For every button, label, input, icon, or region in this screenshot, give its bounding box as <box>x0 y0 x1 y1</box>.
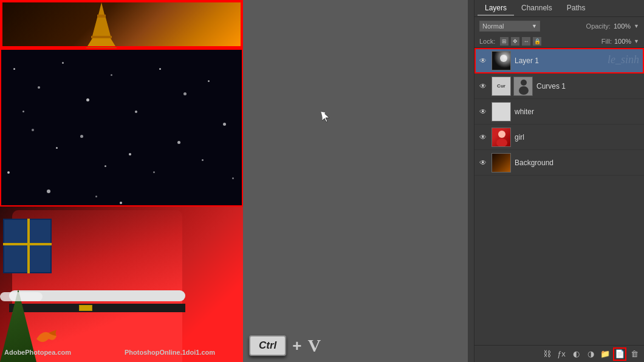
layer-name-girl: girl <box>515 133 640 142</box>
svg-rect-5 <box>86 46 117 48</box>
layer-thumb-bg <box>492 153 511 172</box>
lock-artboard-icon[interactable]: ↔ <box>522 37 530 46</box>
layer-name-background: Background <box>515 159 640 167</box>
tab-layers[interactable]: Layers <box>478 1 514 16</box>
layer-item-girl[interactable]: 👁 girl <box>474 125 644 150</box>
folder-icon[interactable]: 📁 <box>599 348 611 360</box>
layer-name-layer1: Layer 1 <box>515 56 640 65</box>
opacity-label: Opacity: <box>586 22 611 30</box>
girl-thumb-icon <box>492 128 511 147</box>
ctrl-key: Ctrl <box>249 335 286 356</box>
right-panel: Layers Channels Paths Normal ▼ Opacity: … <box>474 0 644 362</box>
layer-item-layer1[interactable]: 👁 Layer 1 <box>474 48 644 73</box>
layer-name-whiter: whiter <box>515 108 640 116</box>
lock-position-icon[interactable]: ✥ <box>511 37 519 46</box>
layer-thumb-girl <box>492 128 511 147</box>
svg-point-10 <box>496 138 507 147</box>
lock-row: Lock: ⊞ ✥ ↔ 🔒 Fill: 100% ▼ <box>474 35 644 48</box>
lock-pixels-icon[interactable]: ⊞ <box>500 37 509 46</box>
eiffel-tower-icon <box>86 2 117 48</box>
curves-mask-icon <box>514 77 533 96</box>
plus-key: + <box>292 336 301 355</box>
layer-item-background[interactable]: 👁 Background <box>474 150 644 176</box>
tab-channels[interactable]: Channels <box>514 1 560 16</box>
layer-thumb-layer1 <box>492 51 511 70</box>
layer-eye-curves1[interactable]: 👁 <box>478 81 488 91</box>
layer-thumb-curves-mask <box>513 77 533 96</box>
layer-eye-girl[interactable]: 👁 <box>478 132 488 142</box>
footer-url-right: PhotoshopOnline.1doi1.com <box>125 349 215 356</box>
night-sky <box>0 49 243 207</box>
fill-arrow: ▼ <box>634 38 639 44</box>
canvas-area: AdobePhotopea.com PhotoshopOnline.1doi1.… <box>0 0 468 362</box>
logo-icon <box>33 327 58 348</box>
blend-row: Normal ▼ Opacity: 100% ▼ <box>474 17 644 35</box>
layer-thumb-whiter <box>492 102 511 121</box>
layer-item-curves1[interactable]: 👁 Cur Curves 1 <box>474 73 644 99</box>
opacity-row: Opacity: 100% ▼ <box>586 22 639 30</box>
layer-eye-layer1[interactable]: 👁 <box>478 56 488 66</box>
panel-bottom-toolbar: ⛓ ƒx ◐ ◑ 📁 📄 🗑 <box>474 345 644 362</box>
delete-icon[interactable]: 🗑 <box>628 348 640 360</box>
opacity-arrow: ▼ <box>634 23 639 29</box>
keyboard-shortcut: Ctrl + V <box>249 335 321 356</box>
svg-marker-0 <box>98 2 104 15</box>
svg-point-9 <box>498 131 505 138</box>
layer-thumb-curves: Cur <box>492 77 511 96</box>
curves-thumb-text: Cur <box>497 83 505 89</box>
opacity-value: 100% <box>614 22 631 30</box>
selection-border <box>1 1 242 47</box>
lock-label: Lock: <box>479 38 495 45</box>
fill-value: 100% <box>614 38 631 45</box>
fill-row: Fill: 100% ▼ <box>601 38 639 45</box>
blend-mode-select[interactable]: Normal ▼ <box>479 21 540 32</box>
link-icon[interactable]: ⛓ <box>541 348 553 360</box>
svg-marker-4 <box>87 38 115 46</box>
layers-list: 👁 Layer 1 👁 Cur Curves 1 <box>474 48 644 176</box>
svg-rect-1 <box>97 15 106 18</box>
blend-mode-arrow: ▼ <box>532 23 537 29</box>
tab-paths[interactable]: Paths <box>560 1 593 16</box>
panel-tabs: Layers Channels Paths <box>474 0 644 17</box>
svg-point-7 <box>521 80 527 86</box>
fx-icon[interactable]: ƒx <box>555 348 567 360</box>
blend-mode-value: Normal <box>482 22 504 30</box>
svg-point-8 <box>519 86 529 95</box>
layer-item-whiter[interactable]: 👁 whiter <box>474 99 644 125</box>
footer-url-left: AdobePhotopea.com <box>4 349 71 356</box>
new-layer-icon[interactable]: 📄 <box>614 348 626 360</box>
mask-icon[interactable]: ◐ <box>570 348 582 360</box>
v-key: V <box>307 335 321 356</box>
fill-label: Fill: <box>601 38 612 45</box>
layer-name-curves1: Curves 1 <box>536 82 640 90</box>
layer-eye-background[interactable]: 👁 <box>478 158 488 168</box>
layer-eye-whiter[interactable]: 👁 <box>478 107 488 117</box>
top-image <box>0 0 243 49</box>
adjustment-icon[interactable]: ◑ <box>584 348 597 360</box>
lock-icons: ⊞ ✥ ↔ 🔒 <box>500 37 541 46</box>
lock-all-icon[interactable]: 🔒 <box>533 37 541 46</box>
svg-marker-2 <box>92 18 111 36</box>
svg-rect-3 <box>91 36 112 38</box>
